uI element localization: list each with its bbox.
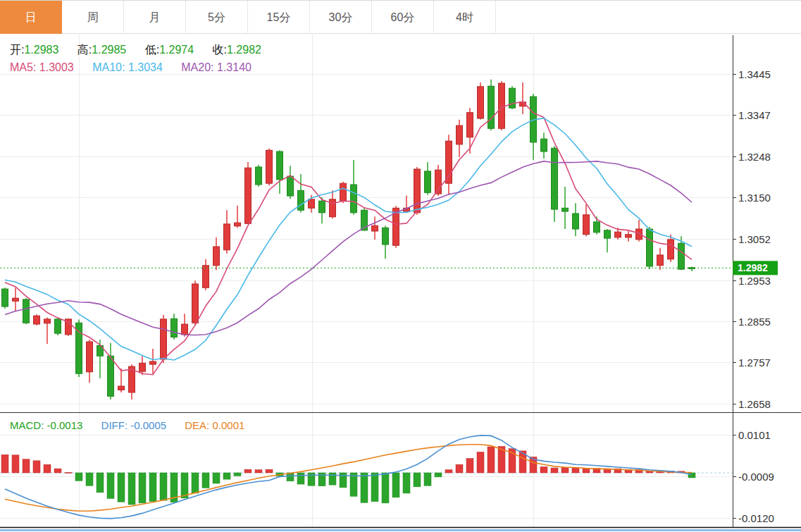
dea-label: DEA: [185, 419, 209, 431]
tab-5min[interactable]: 5分 [186, 1, 248, 34]
ma-readout: MA5: 1.3003 MA10: 1.3034 MA20: 1.3140 [10, 61, 267, 74]
tab-30min[interactable]: 30分 [310, 1, 372, 34]
high-value: 1.2985 [92, 44, 126, 56]
svg-text:1.2855: 1.2855 [738, 316, 771, 328]
svg-text:1.2953: 1.2953 [738, 275, 771, 287]
svg-text:-0.0120: -0.0120 [738, 512, 774, 524]
tab-4hour[interactable]: 4时 [434, 1, 496, 34]
tab-60min[interactable]: 60分 [372, 1, 434, 34]
period-tabbar: 日 周 月 5分 15分 30分 60分 4时 [0, 0, 801, 34]
low-value: 1.2974 [159, 44, 194, 56]
tab-month[interactable]: 月 [124, 1, 186, 34]
tab-15min[interactable]: 15分 [248, 1, 310, 34]
diff-value: -0.0005 [130, 419, 166, 431]
macd-label: MACD: [10, 419, 44, 431]
open-value: 1.2983 [24, 44, 58, 56]
kline-chart[interactable]: 1.34451.33471.32481.31501.30521.29531.28… [0, 0, 801, 532]
low-label: 低: [145, 44, 159, 56]
tab-week[interactable]: 周 [62, 1, 124, 34]
svg-text:1.3445: 1.3445 [738, 68, 771, 80]
svg-text:1.3248: 1.3248 [738, 151, 771, 163]
ma20-label: MA20: [181, 61, 213, 73]
open-label: 开: [10, 44, 24, 56]
ma10-label: MA10: [92, 61, 125, 73]
svg-text:1.3052: 1.3052 [738, 233, 771, 245]
svg-text:1.3347: 1.3347 [738, 109, 771, 121]
dea-value: 0.0001 [212, 419, 244, 431]
svg-text:1.2658: 1.2658 [738, 398, 771, 410]
price-badge: 1.2982 [738, 262, 768, 273]
kline-chart-canvas[interactable]: 1.34451.33471.32481.31501.30521.29531.28… [0, 0, 801, 532]
ohlc-readout: 开:1.2983 高:1.2985 低:1.2974 收:1.2982 [10, 43, 277, 58]
ma10-value: 1.3034 [128, 61, 163, 73]
ma5-label: MA5: [10, 61, 36, 73]
diff-label: DIFF: [101, 419, 128, 431]
ma20-value: 1.3140 [217, 61, 252, 73]
svg-text:-0.0009: -0.0009 [738, 471, 774, 483]
macd-value: -0.0013 [47, 419, 83, 431]
ma5-value: 1.3003 [39, 61, 74, 73]
svg-text:0.0101: 0.0101 [738, 429, 771, 441]
high-label: 高: [77, 44, 92, 56]
tab-day[interactable]: 日 [0, 1, 62, 34]
svg-text:1.2757: 1.2757 [738, 357, 771, 369]
close-value: 1.2982 [227, 44, 261, 56]
macd-readout: MACD: -0.0013 DIFF: -0.0005 DEA: 0.0001 [10, 419, 260, 431]
close-label: 收: [213, 44, 227, 56]
svg-text:1.3150: 1.3150 [738, 192, 771, 204]
